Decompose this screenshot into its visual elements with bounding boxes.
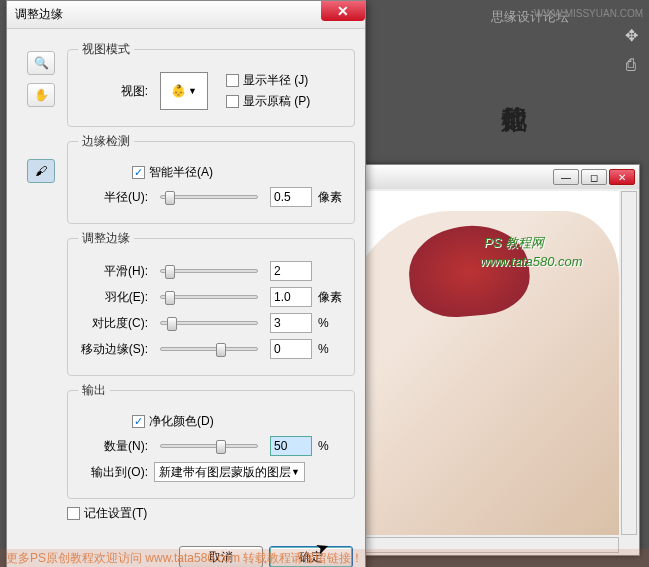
chevron-down-icon: ▼: [188, 86, 197, 96]
chevron-down-icon: ▼: [291, 467, 300, 477]
feather-label: 羽化(E):: [78, 289, 148, 306]
show-original-checkbox[interactable]: 显示原稿 (P): [226, 93, 310, 110]
output-legend: 输出: [78, 382, 110, 399]
canvas[interactable]: [339, 191, 619, 535]
output-to-dropdown[interactable]: 新建带有图层蒙版的图层 ▼: [154, 462, 305, 482]
feather-slider[interactable]: [160, 295, 258, 299]
contrast-slider[interactable]: [160, 321, 258, 325]
dialog-close-button[interactable]: ✕: [321, 1, 365, 21]
pin-icon[interactable]: ⎙: [620, 54, 642, 76]
smart-radius-checkbox[interactable]: ✓智能半径(A): [132, 164, 213, 181]
contrast-input[interactable]: [270, 313, 312, 333]
show-radius-checkbox[interactable]: 显示半径 (J): [226, 72, 310, 89]
contrast-unit: %: [318, 316, 344, 330]
tool-column: 🔍 ✋ 🖌: [27, 51, 61, 183]
minimize-button[interactable]: —: [553, 169, 579, 185]
edge-detection-legend: 边缘检测: [78, 133, 134, 150]
brush-tool-icon[interactable]: 🖌: [27, 159, 55, 183]
close-button[interactable]: ✕: [609, 169, 635, 185]
feather-unit: 像素: [318, 289, 344, 306]
smooth-label: 平滑(H):: [78, 263, 148, 280]
shift-edge-unit: %: [318, 342, 344, 356]
hand-tool-icon[interactable]: ✋: [27, 83, 55, 107]
watermark-url: www.tata580.com: [480, 254, 583, 269]
view-mode-legend: 视图模式: [78, 41, 134, 58]
view-mode-group: 视图模式 视图: 👶▼ 显示半径 (J) 显示原稿 (P): [67, 41, 355, 127]
radius-label: 半径(U):: [78, 189, 148, 206]
output-group: 输出 ✓净化颜色(D) 数量(N): % 输出到(O): 新建带有图层蒙版的图层…: [67, 382, 355, 499]
amount-label: 数量(N):: [78, 438, 148, 455]
right-toolbar: ✥ ⎙: [617, 24, 645, 76]
view-thumbnail-dropdown[interactable]: 👶▼: [160, 72, 208, 110]
watermark-text: PS 教程网: [484, 234, 544, 252]
document-titlebar[interactable]: — ◻ ✕: [331, 165, 639, 189]
missyuan-watermark: WWW.MISSYUAN.COM: [534, 8, 643, 19]
contrast-label: 对比度(C):: [78, 315, 148, 332]
adjust-edge-legend: 调整边缘: [78, 230, 134, 247]
baby-thumb-icon: 👶: [171, 84, 186, 98]
shift-edge-input[interactable]: [270, 339, 312, 359]
output-to-label: 输出到(O):: [78, 464, 148, 481]
dialog-titlebar[interactable]: 调整边缘 ✕: [7, 1, 365, 29]
edge-detection-group: 边缘检测 ✓智能半径(A) 半径(U): 像素: [67, 133, 355, 224]
refine-edge-dialog: 调整边缘 ✕ 🔍 ✋ 🖌 视图模式 视图: 👶▼ 显示半径 (J) 显示原稿 (…: [6, 0, 366, 567]
zoom-tool-icon[interactable]: 🔍: [27, 51, 55, 75]
shift-edge-slider[interactable]: [160, 347, 258, 351]
smooth-input[interactable]: [270, 261, 312, 281]
smooth-slider[interactable]: [160, 269, 258, 273]
amount-slider[interactable]: [160, 444, 258, 448]
vertical-scrollbar[interactable]: [621, 191, 637, 535]
stamp-icon[interactable]: ✥: [620, 24, 642, 46]
radius-slider[interactable]: [160, 195, 258, 199]
dialog-title: 调整边缘: [15, 6, 63, 23]
shift-edge-label: 移动边缘(S):: [78, 341, 148, 358]
amount-input[interactable]: [270, 436, 312, 456]
remember-settings-checkbox[interactable]: 记住设置(T): [67, 505, 147, 522]
amount-unit: %: [318, 439, 344, 453]
maximize-button[interactable]: ◻: [581, 169, 607, 185]
feather-input[interactable]: [270, 287, 312, 307]
adjust-edge-group: 调整边缘 平滑(H): 羽化(E): 像素 对比度(C): % 移动边缘(S):: [67, 230, 355, 376]
decontaminate-checkbox[interactable]: ✓净化颜色(D): [132, 413, 214, 430]
document-window: — ◻ ✕: [330, 164, 640, 556]
radius-unit: 像素: [318, 189, 344, 206]
radius-input[interactable]: [270, 187, 312, 207]
view-label: 视图:: [78, 83, 148, 100]
